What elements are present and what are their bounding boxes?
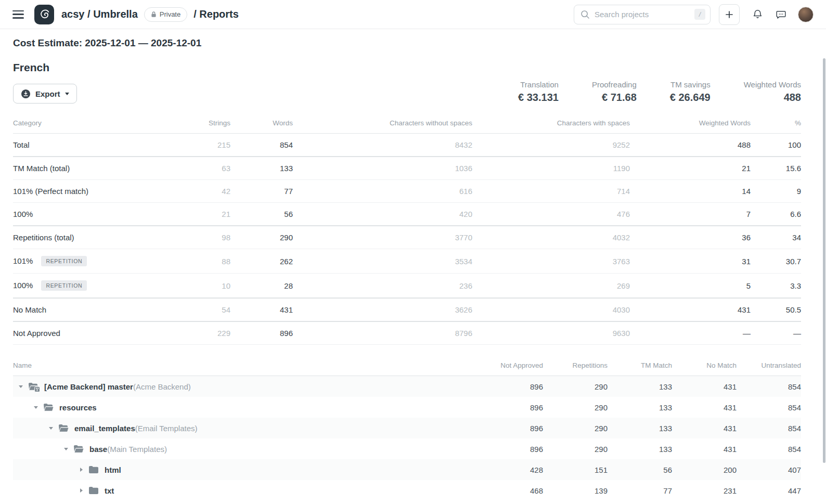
plus-icon <box>725 10 734 19</box>
folder-icon <box>88 466 99 474</box>
file-tree-row[interactable]: resources896290133431854 <box>13 397 801 418</box>
category-label: Total <box>13 140 30 149</box>
file-tree-item[interactable]: txt <box>13 480 479 501</box>
file-name: [Acme Backend] master <box>44 382 133 391</box>
collapse-caret-icon[interactable] <box>33 406 38 409</box>
main-content: Cost Estimate: 2025-12-01 — 2025-12-01 F… <box>0 37 826 501</box>
cost-breakdown-table: Category Strings Words Characters withou… <box>13 114 801 345</box>
col-words: Words <box>230 114 293 134</box>
app-logo[interactable] <box>34 5 54 24</box>
words-cell: 431 <box>230 298 293 321</box>
not-approved-cell: 428 <box>479 459 543 480</box>
col-percent: % <box>751 114 801 134</box>
col-tm-match: TM Match <box>608 356 672 376</box>
cost-summary-stats: Translation€ 33.131Proofreading€ 71.68TM… <box>518 80 801 104</box>
category-label: 101% (Perfect match) <box>13 187 88 196</box>
no-match-cell: 431 <box>672 438 737 459</box>
notifications-button[interactable] <box>752 9 763 20</box>
cost-table-row: 101% (Perfect match)4277616714149 <box>13 180 801 203</box>
strings-cell: 229 <box>173 321 230 345</box>
stat-label: Proofreading <box>592 80 637 89</box>
chars-without-spaces-cell: 8796 <box>293 321 472 345</box>
name-cell-wrap: resources <box>13 397 479 418</box>
weighted-words-cell: 31 <box>630 249 751 274</box>
category-cell: Not Approved <box>13 321 173 345</box>
file-tree-row[interactable]: txt46813977231447 <box>13 480 801 501</box>
search-input[interactable] <box>595 10 694 19</box>
tm-match-cell: 56 <box>608 459 672 480</box>
chars-with-spaces-cell: 269 <box>472 274 630 299</box>
chars-with-spaces-cell: 9630 <box>472 321 630 345</box>
file-tree-item[interactable]: resources <box>13 397 479 418</box>
chevron-down-icon <box>65 93 69 95</box>
category-label: 100% <box>13 281 33 290</box>
stat-label: Translation <box>518 80 559 89</box>
name-cell-wrap: [Acme Backend] master(Acme Backend) <box>13 376 479 397</box>
chars-without-spaces-cell: 616 <box>293 180 472 203</box>
folder-open-icon <box>73 445 84 453</box>
not-approved-cell: 896 <box>479 376 543 397</box>
page-scrollbar[interactable] <box>823 58 825 463</box>
file-name-suffix: (Acme Backend) <box>133 382 191 391</box>
file-tree-item[interactable]: base(Main Templates) <box>13 438 479 459</box>
collapse-caret-icon[interactable] <box>18 385 23 388</box>
search-icon <box>580 10 590 19</box>
category-label: 101% <box>13 256 33 265</box>
cost-table-row: TM Match (total)63133103611902115.6 <box>13 157 801 180</box>
stat-value: € 26.649 <box>670 92 711 104</box>
header-actions: / <box>574 4 814 25</box>
no-match-cell: 431 <box>672 418 737 438</box>
file-name: txt <box>105 486 114 495</box>
cost-table-header-row: Category Strings Words Characters withou… <box>13 114 801 134</box>
user-avatar[interactable] <box>798 7 814 22</box>
file-tree-row[interactable]: [Acme Backend] master(Acme Backend)89629… <box>13 376 801 397</box>
col-category: Category <box>13 114 173 134</box>
expand-caret-icon[interactable] <box>79 468 84 472</box>
collapse-caret-icon[interactable] <box>48 427 54 430</box>
chars-without-spaces-cell: 3770 <box>293 226 472 249</box>
not-approved-cell: 896 <box>479 397 543 418</box>
collapse-caret-icon[interactable] <box>63 448 69 450</box>
col-repetitions: Repetitions <box>543 356 608 376</box>
file-tree-row[interactable]: html42815156200407 <box>13 459 801 480</box>
export-button[interactable]: Export <box>13 84 77 104</box>
cost-table-row: Not Approved22989687969630—— <box>13 321 801 345</box>
category-label: Repetitions (total) <box>13 233 74 242</box>
percent-cell: — <box>751 321 801 345</box>
file-tree-row[interactable]: email_templates(Email Templates)89629013… <box>13 418 801 438</box>
no-match-cell: 231 <box>672 480 737 501</box>
breadcrumb-project[interactable]: acsy / Umbrella <box>61 8 138 20</box>
page-title: Cost Estimate: 2025-12-01 — 2025-12-01 <box>13 37 801 49</box>
chars-without-spaces-cell: 420 <box>293 203 472 226</box>
file-tree-row[interactable]: base(Main Templates)896290133431854 <box>13 438 801 459</box>
stat-value: € 71.68 <box>592 92 637 104</box>
create-project-button[interactable] <box>719 4 740 25</box>
folder-open-icon <box>58 424 69 432</box>
folder-branch-icon <box>28 382 38 391</box>
repetition-badge: REPETITION <box>41 256 87 266</box>
strings-cell: 21 <box>173 203 230 226</box>
strings-cell: 88 <box>173 249 230 274</box>
chars-with-spaces-cell: 476 <box>472 203 630 226</box>
file-tree-item[interactable]: html <box>13 459 479 480</box>
category-cell: Repetitions (total) <box>13 226 173 249</box>
category-cell: 100% <box>13 203 173 226</box>
file-tree-item[interactable]: email_templates(Email Templates) <box>13 418 479 438</box>
folder-icon <box>88 486 99 495</box>
stat-value: € 33.131 <box>518 92 559 104</box>
file-name: html <box>105 466 121 474</box>
expand-caret-icon[interactable] <box>79 488 84 493</box>
weighted-words-cell: 14 <box>630 180 751 203</box>
words-cell: 290 <box>230 226 293 249</box>
messages-button[interactable] <box>776 9 786 20</box>
file-name: email_templates <box>74 424 135 433</box>
words-cell: 854 <box>230 134 293 157</box>
file-tree-item[interactable]: [Acme Backend] master(Acme Backend) <box>13 376 479 397</box>
hamburger-menu-icon[interactable] <box>12 10 24 19</box>
cost-table-row: 100%REPETITION102823626953.3 <box>13 274 801 299</box>
col-weighted-words: Weighted Words <box>630 114 751 134</box>
breadcrumb-page[interactable]: / Reports <box>193 8 239 20</box>
cost-table-row: 101%REPETITION88262353437633130.7 <box>13 249 801 274</box>
percent-cell: 9 <box>751 180 801 203</box>
repetitions-cell: 290 <box>543 376 608 397</box>
